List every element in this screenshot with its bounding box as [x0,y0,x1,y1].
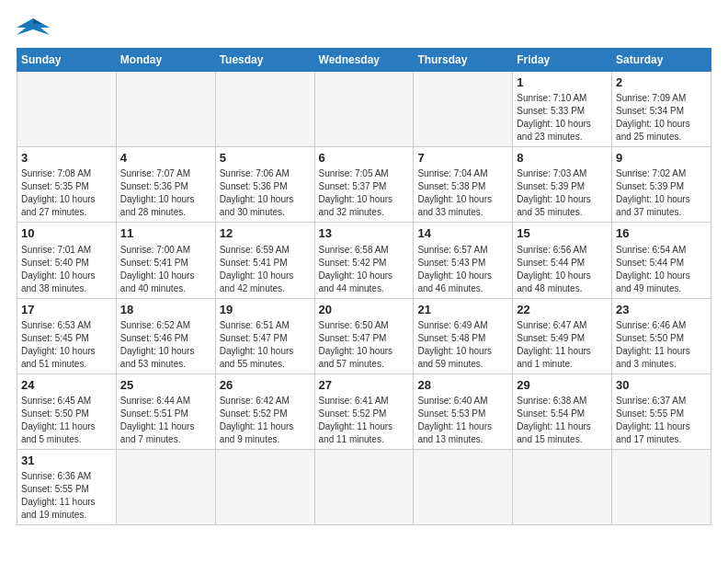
day-info: Daylight: 10 hours and 23 minutes. [517,118,608,144]
day-info: Daylight: 11 hours and 3 minutes. [616,345,707,371]
calendar-header-wednesday: Wednesday [314,49,414,72]
calendar-day-cell: 23Sunrise: 6:46 AMSunset: 5:50 PMDayligh… [612,298,711,373]
day-info: Sunrise: 6:57 AM [417,244,508,257]
day-info: Daylight: 10 hours and 32 minutes. [319,193,410,219]
day-number: 5 [220,150,311,167]
day-info: Sunset: 5:55 PM [616,408,707,420]
calendar-week-row: 31Sunrise: 6:36 AMSunset: 5:55 PMDayligh… [17,449,711,524]
day-number: 21 [417,302,508,318]
day-info: Daylight: 11 hours and 15 minutes. [517,420,608,446]
day-info: Daylight: 10 hours and 38 minutes. [21,270,112,295]
day-info: Sunrise: 7:03 AM [517,167,608,180]
day-number: 4 [120,150,211,167]
day-info: Sunrise: 6:46 AM [616,319,707,332]
calendar-day-cell: 22Sunrise: 6:47 AMSunset: 5:49 PMDayligh… [513,298,612,373]
day-info: Daylight: 10 hours and 30 minutes. [220,193,311,219]
day-info: Sunrise: 6:37 AM [616,395,707,408]
day-info: Daylight: 10 hours and 59 minutes. [417,345,508,371]
calendar-day-cell: 5Sunrise: 7:06 AMSunset: 5:36 PMDaylight… [215,147,314,223]
logo-icon [17,15,50,40]
day-number: 31 [21,453,112,469]
calendar-week-row: 17Sunrise: 6:53 AMSunset: 5:45 PMDayligh… [17,298,711,373]
day-info: Daylight: 11 hours and 13 minutes. [417,420,508,446]
day-number: 27 [319,377,410,394]
day-info: Sunset: 5:52 PM [319,408,410,420]
day-number: 25 [120,377,211,394]
calendar-week-row: 1Sunrise: 7:10 AMSunset: 5:33 PMDaylight… [17,72,711,147]
day-info: Daylight: 10 hours and 48 minutes. [517,270,608,295]
day-number: 17 [21,302,112,318]
day-number: 14 [417,225,508,242]
day-info: Sunrise: 7:09 AM [616,92,707,105]
day-number: 20 [319,302,410,318]
day-info: Sunrise: 6:53 AM [21,319,112,332]
calendar-day-cell: 7Sunrise: 7:04 AMSunset: 5:38 PMDaylight… [414,147,513,223]
day-info: Sunrise: 7:02 AM [616,167,707,180]
calendar-table: SundayMondayTuesdayWednesdayThursdayFrid… [17,48,711,525]
calendar-day-cell: 18Sunrise: 6:52 AMSunset: 5:46 PMDayligh… [116,298,215,373]
day-info: Sunset: 5:41 PM [120,257,211,270]
day-info: Sunrise: 6:44 AM [120,395,211,408]
day-info: Sunset: 5:34 PM [616,105,707,118]
day-info: Sunset: 5:39 PM [517,180,608,193]
calendar-day-cell: 17Sunrise: 6:53 AMSunset: 5:45 PMDayligh… [17,298,117,373]
day-info: Sunset: 5:55 PM [21,483,112,496]
day-info: Sunrise: 6:54 AM [616,244,707,257]
day-info: Sunrise: 7:00 AM [120,244,211,257]
day-info: Sunset: 5:54 PM [517,408,608,420]
day-info: Sunrise: 6:59 AM [220,244,311,257]
calendar-day-cell [116,449,215,524]
day-number: 24 [21,377,112,394]
logo [17,15,53,40]
day-info: Daylight: 10 hours and 28 minutes. [120,193,211,219]
day-info: Sunrise: 7:07 AM [120,167,211,180]
day-info: Daylight: 10 hours and 49 minutes. [616,270,707,295]
day-info: Sunset: 5:48 PM [417,332,508,345]
day-info: Sunset: 5:33 PM [517,105,608,118]
calendar-header-friday: Friday [513,49,612,72]
calendar-day-cell [414,449,513,524]
day-info: Sunset: 5:50 PM [616,332,707,345]
day-info: Sunset: 5:36 PM [220,180,311,193]
calendar-header-thursday: Thursday [414,49,513,72]
day-info: Sunrise: 6:47 AM [517,319,608,332]
day-number: 15 [517,225,608,242]
calendar-day-cell [17,72,117,147]
day-info: Sunset: 5:42 PM [319,257,410,270]
day-info: Daylight: 10 hours and 27 minutes. [21,193,112,219]
calendar-day-cell: 4Sunrise: 7:07 AMSunset: 5:36 PMDaylight… [116,147,215,223]
day-number: 2 [616,75,707,91]
day-info: Daylight: 11 hours and 19 minutes. [21,496,112,522]
day-info: Daylight: 10 hours and 53 minutes. [120,345,211,371]
day-info: Sunset: 5:35 PM [21,180,112,193]
calendar-week-row: 3Sunrise: 7:08 AMSunset: 5:35 PMDaylight… [17,147,711,223]
calendar-day-cell: 14Sunrise: 6:57 AMSunset: 5:43 PMDayligh… [414,223,513,298]
day-number: 16 [616,225,707,242]
day-info: Sunrise: 6:45 AM [21,395,112,408]
day-info: Daylight: 10 hours and 51 minutes. [21,345,112,371]
day-info: Sunrise: 6:36 AM [21,470,112,483]
day-info: Sunrise: 6:50 AM [319,319,410,332]
day-info: Daylight: 11 hours and 7 minutes. [120,420,211,446]
day-info: Sunset: 5:36 PM [120,180,211,193]
calendar-day-cell [414,72,513,147]
day-info: Sunset: 5:49 PM [517,332,608,345]
calendar-day-cell: 9Sunrise: 7:02 AMSunset: 5:39 PMDaylight… [612,147,711,223]
day-info: Sunset: 5:50 PM [21,408,112,420]
calendar-day-cell: 11Sunrise: 7:00 AMSunset: 5:41 PMDayligh… [116,223,215,298]
calendar-day-cell: 3Sunrise: 7:08 AMSunset: 5:35 PMDaylight… [17,147,117,223]
day-number: 28 [417,377,508,394]
calendar-day-cell: 12Sunrise: 6:59 AMSunset: 5:41 PMDayligh… [215,223,314,298]
calendar-day-cell [314,72,414,147]
header [17,15,711,40]
calendar-header-tuesday: Tuesday [215,49,314,72]
day-number: 29 [517,377,608,394]
day-info: Sunrise: 6:38 AM [517,395,608,408]
calendar-day-cell [513,449,612,524]
day-info: Sunrise: 6:51 AM [220,319,311,332]
day-info: Daylight: 10 hours and 37 minutes. [616,193,707,219]
day-info: Sunset: 5:52 PM [220,408,311,420]
day-info: Daylight: 10 hours and 42 minutes. [220,270,311,295]
day-info: Sunrise: 7:04 AM [417,167,508,180]
calendar-day-cell: 31Sunrise: 6:36 AMSunset: 5:55 PMDayligh… [17,449,117,524]
